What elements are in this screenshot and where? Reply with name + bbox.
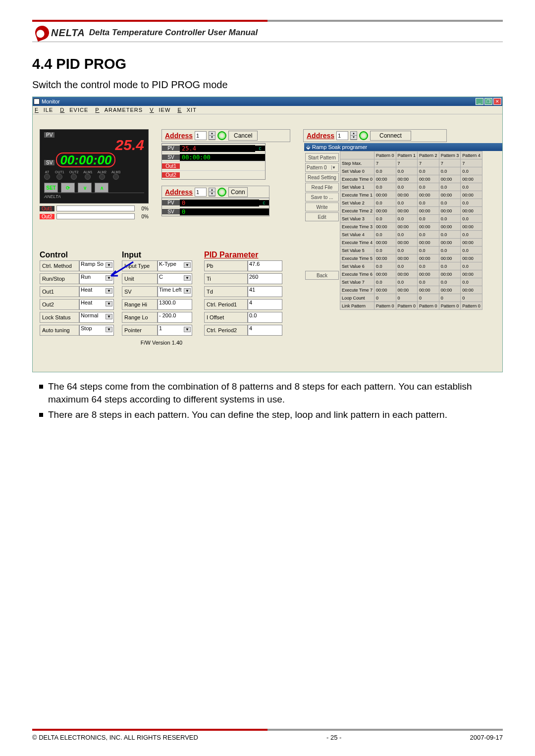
cancel-button[interactable]: Cancel bbox=[228, 131, 258, 141]
address-input-2[interactable] bbox=[336, 131, 348, 140]
footer-center: - 25 - bbox=[326, 734, 341, 741]
panel-key[interactable]: ∨ bbox=[78, 183, 92, 193]
field-value[interactable]: Heat bbox=[79, 299, 114, 310]
field-value[interactable]: Time Left bbox=[158, 286, 192, 297]
field-value[interactable]: 47.6 bbox=[248, 260, 282, 271]
field-label: Ctrl. Period1 bbox=[204, 299, 248, 310]
address-spinner-1[interactable]: ▲▼ bbox=[209, 131, 215, 140]
field-value[interactable]: K-Type bbox=[158, 260, 192, 271]
field-value[interactable]: Heat bbox=[79, 286, 114, 297]
panel-key[interactable]: ⟳ bbox=[61, 183, 75, 193]
led-label: ALM3 bbox=[111, 170, 120, 174]
ramp-button[interactable]: Start Pattern bbox=[305, 153, 339, 162]
close-button[interactable]: ✕ bbox=[493, 98, 501, 105]
connect-button[interactable]: Connect bbox=[370, 131, 411, 141]
ramp-button[interactable]: Edit bbox=[305, 212, 339, 221]
window-title: Monitor bbox=[42, 99, 60, 104]
maximize-button[interactable]: ❐ bbox=[484, 98, 492, 105]
field-value[interactable]: C bbox=[158, 273, 192, 284]
minimize-button[interactable]: _ bbox=[476, 98, 483, 105]
menubar[interactable]: FILE DEVICE PARAMETERS VIEW EXIT bbox=[33, 106, 502, 114]
menu-device[interactable]: DEVICE bbox=[60, 107, 88, 113]
table-row[interactable]: Set Value 70.00.00.00.00.0 bbox=[340, 278, 482, 286]
field-label: Out2 bbox=[40, 299, 79, 310]
field-value[interactable]: 1 bbox=[158, 325, 192, 336]
status-led-icon bbox=[113, 174, 119, 180]
sv-label: SV bbox=[44, 160, 54, 165]
table-row[interactable]: Execute Time 100:0000:0000:0000:0000:00 bbox=[340, 191, 482, 199]
table-row[interactable]: Execute Time 400:0000:0000:0000:0000:00 bbox=[340, 239, 482, 247]
field-label: Run/Stop bbox=[40, 273, 79, 284]
ramp-button[interactable]: Read Setting bbox=[305, 173, 339, 182]
menu-parameters[interactable]: PARAMETERS bbox=[95, 107, 143, 113]
ramp-button[interactable]: Save to ... bbox=[305, 193, 339, 202]
titlebar[interactable]: Monitor _ ❐ ✕ bbox=[33, 97, 502, 106]
out1-tag: Out1 bbox=[40, 206, 54, 211]
ramp-window-icon: ⬙ bbox=[306, 144, 310, 151]
field-value[interactable]: Normal bbox=[79, 312, 114, 323]
menu-exit[interactable]: EXIT bbox=[177, 107, 196, 113]
menu-file[interactable]: FILE bbox=[35, 107, 53, 113]
ramp-button[interactable]: Pattern 0▼ bbox=[305, 163, 339, 172]
address-input-1[interactable] bbox=[195, 131, 207, 140]
table-row[interactable]: Execute Time 300:0000:0000:0000:0000:00 bbox=[340, 223, 482, 231]
ramp-table[interactable]: Pattern 0Pattern 1Pattern 2Pattern 3Patt… bbox=[340, 151, 482, 310]
address-label-2: Address bbox=[307, 132, 334, 140]
fw-version: F/W Version 1.40 bbox=[122, 340, 201, 346]
address-spinner-2[interactable]: ▲▼ bbox=[350, 131, 357, 140]
ramp-button[interactable]: Write bbox=[305, 202, 339, 211]
field-label: Range Lo bbox=[122, 312, 158, 323]
out2-tag: Out2 bbox=[40, 214, 54, 219]
ramp-button[interactable]: Read File bbox=[305, 183, 339, 192]
table-row[interactable]: Set Value 20.00.00.00.00.0 bbox=[340, 199, 482, 207]
bullet-item: There are 8 steps in each pattern. You c… bbox=[39, 408, 503, 421]
monitor-window: Monitor _ ❐ ✕ FILE DEVICE PARAMETERS VIE… bbox=[32, 97, 503, 372]
field-label: Ti bbox=[204, 273, 248, 284]
menu-view[interactable]: VIEW bbox=[150, 107, 170, 113]
table-row[interactable]: Set Value 60.00.00.00.00.0 bbox=[340, 262, 482, 270]
table-row[interactable]: Execute Time 600:0000:0000:0000:0000:00 bbox=[340, 270, 482, 278]
bullet-item: The 64 steps come from the combination o… bbox=[39, 380, 503, 405]
table-row[interactable]: Execute Time 000:0000:0000:0000:0000:00 bbox=[340, 175, 482, 183]
table-row[interactable]: Execute Time 700:0000:0000:0000:0000:00 bbox=[340, 286, 482, 294]
panel-key[interactable]: SET bbox=[44, 183, 58, 193]
table-row[interactable]: Set Value 50.00.00.00.00.0 bbox=[340, 247, 482, 254]
table-row[interactable]: Loop Count00000 bbox=[340, 294, 482, 302]
field-value[interactable]: - 200.0 bbox=[158, 312, 192, 323]
conn-button[interactable]: Conn bbox=[228, 187, 248, 197]
table-row[interactable]: Set Value 30.00.00.00.00.0 bbox=[340, 215, 482, 223]
led-label: OUT2 bbox=[69, 170, 79, 174]
field-value[interactable]: Run bbox=[79, 273, 114, 284]
field-value[interactable]: 0.0 bbox=[248, 312, 282, 323]
table-row[interactable]: Step Max.77777 bbox=[340, 159, 482, 167]
table-row[interactable]: Set Value 10.00.00.00.00.0 bbox=[340, 183, 482, 191]
mini1-o2: Out2 bbox=[162, 172, 180, 178]
field-value[interactable]: 41 bbox=[248, 286, 282, 297]
field-value[interactable]: 4 bbox=[248, 325, 282, 336]
field-value[interactable]: Ramp So bbox=[79, 260, 114, 271]
ramp-button[interactable]: Back bbox=[305, 271, 339, 280]
ramp-col-header: Pattern 0 bbox=[374, 151, 396, 159]
field-value[interactable]: 260 bbox=[248, 273, 282, 284]
address-input-3[interactable] bbox=[195, 188, 207, 197]
table-row[interactable]: Link PatternPattern 0Pattern 0Pattern 0P… bbox=[340, 302, 482, 310]
brand-word: NELTA bbox=[51, 27, 85, 39]
pv-value: 25.4 bbox=[44, 138, 144, 152]
table-row[interactable]: Set Value 40.00.00.00.00.0 bbox=[340, 231, 482, 239]
panel-key[interactable]: ∧ bbox=[95, 183, 108, 193]
table-row[interactable]: Set Value 00.00.00.00.00.0 bbox=[340, 167, 482, 175]
status-led-2 bbox=[359, 131, 368, 140]
pid-title: PID Parameter bbox=[204, 251, 288, 259]
address-label-3: Address bbox=[165, 188, 193, 196]
status-led-icon bbox=[85, 174, 91, 180]
table-row[interactable]: Execute Time 500:0000:0000:0000:0000:00 bbox=[340, 254, 482, 262]
field-value[interactable]: 1300.0 bbox=[158, 299, 192, 310]
field-value[interactable]: Stop bbox=[79, 325, 114, 336]
address-spinner-3[interactable]: ▲▼ bbox=[209, 188, 215, 197]
field-value[interactable]: 4 bbox=[248, 299, 282, 310]
table-row[interactable]: Execute Time 200:0000:0000:0000:0000:00 bbox=[340, 207, 482, 215]
mini2-pv: 0 bbox=[180, 200, 259, 206]
led-label: ALM2 bbox=[98, 170, 107, 174]
field-label: Ctrl. Period2 bbox=[204, 325, 248, 336]
pv-panel: PV 25.4 SV 00:00:00 ATOUT1OUT2ALM1ALM2AL… bbox=[40, 129, 149, 219]
